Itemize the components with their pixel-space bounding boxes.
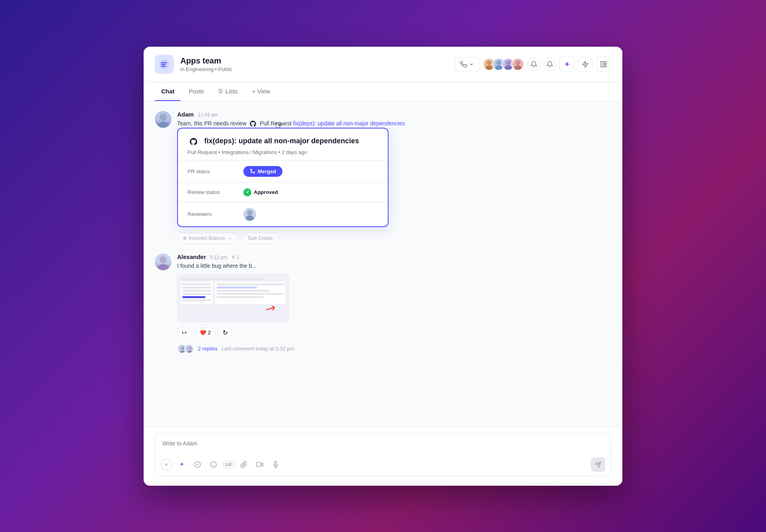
main-window: Apps team in Engineering • Public — [144, 47, 622, 486]
svg-point-10 — [495, 65, 502, 70]
svg-point-7 — [487, 60, 492, 65]
notifications-bell[interactable] — [527, 58, 540, 71]
reviewers-value — [243, 208, 256, 221]
channel-logo-icon — [159, 59, 170, 70]
compose-toolbar: + ✦ — [155, 453, 611, 476]
tab-posts[interactable]: Posts — [182, 82, 210, 101]
reply-avatar-2 — [184, 344, 194, 354]
pr-popup: fix(deps): update all non-major dependen… — [177, 128, 389, 227]
svg-point-6 — [161, 66, 162, 67]
compose-box: + ✦ — [155, 433, 611, 476]
task-icon — [194, 461, 201, 468]
popup-github-logo — [189, 137, 198, 146]
adam-message-body: Adam 11:43 am Team, this PR needs review… — [177, 111, 611, 244]
ss-main-row-3 — [217, 293, 284, 295]
call-button[interactable] — [455, 57, 480, 71]
svg-point-12 — [505, 65, 512, 70]
svg-point-33 — [211, 461, 217, 467]
reaction-add[interactable]: ↻ — [218, 327, 232, 338]
gif-button[interactable]: GIF — [223, 461, 234, 468]
mic-button[interactable] — [269, 458, 282, 471]
tab-lists[interactable]: ☰ Lists — [212, 82, 244, 101]
lightning-button[interactable] — [578, 57, 593, 72]
popup-container: ☞ fix(deps): update all non-ma — [177, 128, 611, 227]
emoji-button[interactable] — [207, 458, 220, 471]
member-avatars[interactable] — [483, 58, 524, 71]
screenshot-bar-1 — [181, 278, 265, 280]
svg-point-31 — [187, 351, 193, 354]
nav-tabs: Chat Posts ☰ Lists + View — [144, 82, 622, 101]
svg-point-22 — [253, 172, 255, 174]
svg-point-25 — [246, 216, 254, 221]
chevron-btn-icon — [227, 236, 232, 241]
svg-point-20 — [160, 114, 167, 121]
github-logo — [249, 120, 257, 127]
screenshot-preview: ↗ — [177, 274, 289, 322]
svg-rect-2 — [162, 64, 166, 65]
task-create-btn[interactable]: Task Create — [241, 233, 279, 244]
compose-area: + ✦ — [144, 427, 622, 486]
layout-icon — [600, 61, 607, 68]
channel-logo — [155, 55, 174, 74]
ss-main-highlight — [217, 287, 257, 289]
adam-time: 11:43 am — [198, 112, 218, 118]
svg-rect-17 — [601, 61, 603, 67]
tab-chat[interactable]: Chat — [155, 82, 181, 101]
add-button[interactable]: + — [161, 459, 172, 470]
adam-message-text: Team, this PR needs review Pull Request … — [177, 119, 611, 128]
reply-face-2 — [185, 345, 194, 354]
bell-icon — [530, 61, 537, 68]
alert-bell-icon — [546, 61, 553, 68]
compose-input[interactable] — [155, 434, 611, 453]
ss-main-row-2 — [217, 290, 270, 292]
svg-point-27 — [158, 264, 169, 270]
review-status-row: Review status ✓ Approved — [178, 183, 388, 202]
merged-badge: Merged — [243, 166, 282, 177]
reactions-row: 👀 ❤️ 2 ↻ — [177, 327, 611, 338]
svg-point-24 — [247, 210, 253, 216]
reviewer-face — [243, 208, 256, 221]
alert-bell[interactable] — [543, 58, 556, 71]
review-status-value: ✓ Approved — [243, 188, 278, 196]
incorrect-buttons-btn[interactable]: Incorrect Buttons — [177, 233, 238, 244]
attachment-button[interactable] — [237, 458, 250, 471]
tab-view[interactable]: + View — [246, 82, 276, 101]
channel-name: Apps team — [180, 56, 448, 65]
header-actions: ✦ — [455, 57, 611, 72]
replies-link[interactable]: 2 replies — [198, 346, 217, 352]
adam-face-svg — [155, 111, 172, 128]
lightning-icon — [582, 61, 589, 68]
pr-popup-header: fix(deps): update all non-major dependen… — [178, 129, 388, 160]
alex-message-header: Alexander 5:12 pm ↻ 1 — [177, 253, 611, 260]
svg-point-14 — [514, 65, 521, 70]
layout-button[interactable] — [596, 57, 611, 72]
svg-rect-18 — [604, 61, 606, 63]
sparkle-button[interactable]: ✦ — [559, 57, 574, 72]
send-button[interactable] — [591, 457, 605, 472]
adam-message-header: Adam 11:43 am — [177, 111, 611, 118]
alex-time: 5:12 pm — [210, 255, 227, 260]
alex-message-text: I found a little bug where the b... — [177, 262, 611, 270]
adam-avatar — [155, 111, 172, 128]
sparkle-compose-button[interactable]: ✦ — [175, 458, 188, 471]
video-button[interactable] — [253, 458, 266, 471]
reaction-eyes[interactable]: 👀 — [177, 328, 192, 338]
alex-face-svg — [155, 253, 172, 270]
svg-point-30 — [188, 346, 192, 350]
popup-meta: Pull Request • Integrations / Migrations… — [188, 149, 378, 155]
pr-link[interactable]: fix(deps): update all non-major dependen… — [293, 120, 405, 127]
task-button[interactable] — [191, 458, 204, 471]
emoji-icon — [210, 461, 217, 468]
ss-main-row-4 — [217, 296, 264, 298]
reaction-heart[interactable]: ❤️ 2 — [195, 328, 215, 338]
message-adam: Adam 11:43 am Team, this PR needs review… — [155, 111, 611, 244]
reply-count-inline: ↻ 1 — [231, 255, 239, 260]
reviewers-row: Reviewers — [178, 202, 388, 226]
replies-row: 2 replies Last comment today at 5:32 pm — [177, 344, 611, 354]
channel-subtitle: in Engineering • Public — [180, 66, 448, 72]
alex-message-body: Alexander 5:12 pm ↻ 1 I found a little b… — [177, 253, 611, 354]
svg-point-5 — [161, 64, 162, 65]
chat-area: Adam 11:43 am Team, this PR needs review… — [144, 101, 622, 427]
ss-row-1 — [182, 283, 211, 285]
review-status-label: Review status — [188, 189, 243, 195]
